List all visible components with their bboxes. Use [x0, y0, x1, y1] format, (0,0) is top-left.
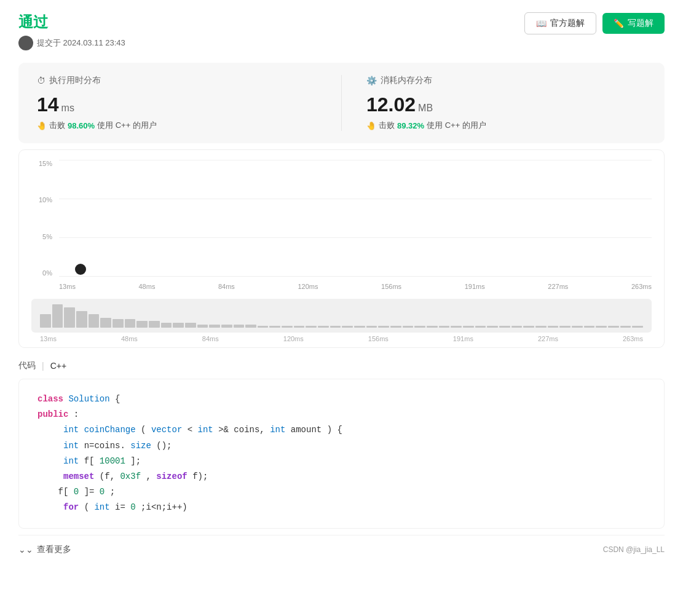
mini-bar [161, 323, 172, 328]
code-header: 代码 | C++ [18, 360, 665, 371]
mini-bar [354, 326, 365, 328]
mini-bar [330, 326, 341, 328]
page-footer: ⌄⌄ 查看更多 CSDN @jia_jia_LL [18, 535, 665, 558]
mini-bar [499, 326, 510, 328]
code-line-3: int coinChange ( vector < int >& coins, … [38, 422, 645, 438]
page-header: 通过 提交于 2024.03.11 23:43 📖 官方题解 ✏️ 写题解 [18, 12, 665, 50]
mini-chart [31, 299, 652, 333]
mini-bar [245, 325, 256, 328]
code-line-2: public : [38, 407, 645, 422]
mem-beat-text: 🤚 击败 89.32% 使用 C++ 的用户 [366, 120, 646, 131]
mini-bar [608, 326, 619, 328]
mini-bar [258, 326, 269, 328]
mini-bar [89, 314, 100, 328]
mini-bar [173, 323, 184, 328]
mini-bar [535, 326, 547, 328]
mini-bar [390, 326, 401, 328]
official-solution-button[interactable]: 📖 官方题解 [524, 12, 596, 34]
mini-bar [294, 326, 305, 328]
clock-icon: ⏱ [37, 76, 45, 85]
mini-bar [475, 326, 486, 328]
mini-bar [76, 311, 87, 328]
mem-stat-title: ⚙️ 消耗内存分布 [366, 75, 646, 86]
mini-bar [439, 326, 450, 328]
mini-bar [403, 326, 414, 328]
mini-bar [40, 314, 51, 328]
mem-stat-value: 12.02MB [366, 93, 646, 116]
mini-bar [596, 326, 607, 328]
submit-info: 提交于 2024.03.11 23:43 [18, 36, 125, 50]
mini-bar [234, 325, 245, 328]
time-stat-title: ⏱ 执行用时分布 [37, 75, 317, 86]
mini-bar [523, 326, 534, 328]
mini-bar [511, 326, 523, 328]
mini-bar [548, 326, 559, 328]
mini-bar [282, 326, 293, 328]
tooltip-dot [75, 264, 86, 275]
mini-x-labels: 13ms 48ms 84ms 120ms 156ms 191ms 227ms 2… [31, 333, 652, 342]
mini-bar [366, 326, 377, 328]
mini-bar [342, 326, 353, 328]
mini-bar [136, 321, 148, 328]
mini-bar [378, 326, 389, 328]
mini-bar [427, 326, 438, 328]
mini-bar [318, 326, 329, 328]
mini-bar [209, 325, 220, 328]
footer-brand: CSDN @jia_jia_LL [603, 545, 665, 554]
mini-bar [632, 326, 643, 328]
code-line-1: class Solution { [38, 392, 645, 407]
chart-area: 15% 10% 5% 0% 13ms 48ms 84ms 120ms 156ms… [31, 160, 652, 295]
code-line-4: int n=coins. size (); [38, 438, 645, 454]
time-beat-text: 🤚 击败 98.60% 使用 C++ 的用户 [37, 120, 317, 131]
mini-bar [149, 321, 160, 328]
chart-x-labels: 13ms 48ms 84ms 120ms 156ms 191ms 227ms 2… [59, 278, 652, 295]
avatar [18, 36, 33, 50]
mini-bar [197, 325, 208, 328]
mini-bar [451, 326, 462, 328]
edit-icon: ✏️ [614, 18, 624, 28]
mini-bar [113, 319, 124, 328]
mini-bar [584, 326, 595, 328]
mini-bar [125, 319, 136, 328]
mini-bar [52, 304, 63, 328]
book-icon: 📖 [536, 18, 547, 28]
code-line-6: memset (f, 0x3f , sizeof f); [38, 469, 645, 484]
code-line-8: for ( int i= 0 ;i<n;i++) [38, 500, 645, 515]
mini-bar [185, 323, 196, 328]
mini-bar [414, 326, 425, 328]
mini-bar [620, 326, 631, 328]
code-block: class Solution { public : int coinChange… [18, 379, 665, 529]
see-more-button[interactable]: ⌄⌄ 查看更多 [18, 544, 71, 555]
mini-bar [64, 307, 75, 328]
mem-stat-card: ⚙️ 消耗内存分布 12.02MB 🤚 击败 89.32% 使用 C++ 的用户 [366, 75, 646, 131]
code-line-7: f[ 0 ]= 0 ; [38, 484, 645, 500]
time-stat-value: 14ms [37, 93, 317, 116]
code-section: 代码 | C++ class Solution { public : int c… [18, 360, 665, 529]
mini-bar [100, 318, 111, 328]
mini-bar [487, 326, 498, 328]
mini-bar [559, 326, 570, 328]
chart-bars [59, 160, 652, 277]
mini-bar [572, 326, 583, 328]
status-badge: 通过 [18, 12, 125, 32]
chevron-down-icon: ⌄⌄ [18, 545, 33, 555]
time-stat-card: ⏱ 执行用时分布 14ms 🤚 击败 98.60% 使用 C++ 的用户 [37, 75, 342, 131]
chart-y-labels: 15% 10% 5% 0% [31, 160, 56, 277]
mini-bar [306, 326, 317, 328]
write-solution-button[interactable]: ✏️ 写题解 [602, 13, 665, 34]
stats-container: ⏱ 执行用时分布 14ms 🤚 击败 98.60% 使用 C++ 的用户 ⚙️ … [18, 63, 665, 143]
mini-bar [463, 326, 474, 328]
header-actions: 📖 官方题解 ✏️ 写题解 [524, 12, 665, 34]
mini-bar [269, 326, 280, 328]
header-left: 通过 提交于 2024.03.11 23:43 [18, 12, 125, 50]
mini-bar [221, 325, 232, 328]
cpu-icon: ⚙️ [366, 76, 377, 85]
chart-section: 15% 10% 5% 0% 13ms 48ms 84ms 120ms 156ms… [18, 149, 665, 348]
code-line-5: int f[ 10001 ]; [38, 454, 645, 469]
